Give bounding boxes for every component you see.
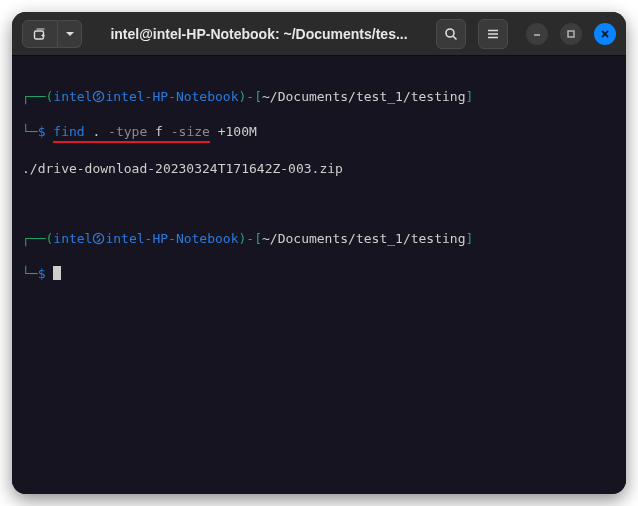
- cmd-find: find: [53, 124, 84, 139]
- blank-line: [22, 195, 616, 213]
- new-tab-icon: [33, 27, 47, 41]
- window-title: intel@intel-HP-Notebook: ~/Documents/tes…: [90, 26, 428, 42]
- cursor: [53, 266, 61, 280]
- svg-point-4: [94, 233, 104, 243]
- prompt-bracket: [: [254, 231, 262, 246]
- prompt-corner-bottom: └─: [22, 266, 38, 281]
- prompt-bracket-close: ]: [466, 89, 474, 104]
- prompt-host: intel-HP-Notebook: [105, 231, 238, 246]
- window-controls: [526, 23, 616, 45]
- command-underlined: find . -type f -size: [53, 123, 210, 144]
- close-button[interactable]: [594, 23, 616, 45]
- command-line-2: └─$: [22, 265, 616, 283]
- minimize-icon: [532, 29, 542, 39]
- prompt-symbol: $: [38, 124, 46, 139]
- chevron-down-icon: [65, 29, 75, 39]
- menu-button[interactable]: [478, 19, 508, 49]
- search-button[interactable]: [436, 19, 466, 49]
- terminal-body[interactable]: ┌──(intelintel-HP-Notebook)-[~/Documents…: [12, 56, 626, 494]
- cmd-val-type: f: [155, 124, 163, 139]
- cmd-flag-type: -type: [108, 124, 147, 139]
- prompt-path: ~/Documents/test_1/testing: [262, 231, 466, 246]
- shell-icon: [92, 232, 105, 245]
- prompt-user: intel: [53, 89, 92, 104]
- svg-point-3: [94, 91, 104, 101]
- new-tab-dropdown[interactable]: [58, 20, 82, 48]
- prompt-corner: ┌──: [22, 231, 45, 246]
- cmd-val-size: +100M: [218, 124, 257, 139]
- close-icon: [600, 29, 610, 39]
- hamburger-icon: [486, 27, 500, 41]
- svg-point-1: [446, 29, 454, 37]
- prompt-corner: ┌──: [22, 89, 45, 104]
- prompt-path: ~/Documents/test_1/testing: [262, 89, 466, 104]
- prompt-line-2: ┌──(intelintel-HP-Notebook)-[~/Documents…: [22, 230, 616, 248]
- maximize-icon: [566, 29, 576, 39]
- prompt-close: )-: [239, 231, 255, 246]
- new-tab-button[interactable]: [22, 20, 58, 48]
- output-line-1: ./drive-download-20230324T171642Z-003.zi…: [22, 160, 616, 178]
- prompt-bracket: [: [254, 89, 262, 104]
- svg-rect-2: [568, 31, 574, 37]
- prompt-host: intel-HP-Notebook: [105, 89, 238, 104]
- prompt-close: )-: [239, 89, 255, 104]
- prompt-line-1: ┌──(intelintel-HP-Notebook)-[~/Documents…: [22, 88, 616, 106]
- titlebar-right: [436, 19, 616, 49]
- search-icon: [444, 27, 458, 41]
- shell-icon: [92, 90, 105, 103]
- cmd-path: .: [92, 124, 100, 139]
- prompt-symbol: $: [38, 266, 46, 281]
- prompt-corner-bottom: └─: [22, 124, 38, 139]
- maximize-button[interactable]: [560, 23, 582, 45]
- cmd-flag-size: -size: [171, 124, 210, 139]
- command-line-1: └─$ find . -type f -size +100M: [22, 123, 616, 143]
- prompt-bracket-close: ]: [466, 231, 474, 246]
- minimize-button[interactable]: [526, 23, 548, 45]
- prompt-user: intel: [53, 231, 92, 246]
- titlebar-left: [22, 20, 82, 48]
- terminal-window: intel@intel-HP-Notebook: ~/Documents/tes…: [12, 12, 626, 494]
- titlebar: intel@intel-HP-Notebook: ~/Documents/tes…: [12, 12, 626, 56]
